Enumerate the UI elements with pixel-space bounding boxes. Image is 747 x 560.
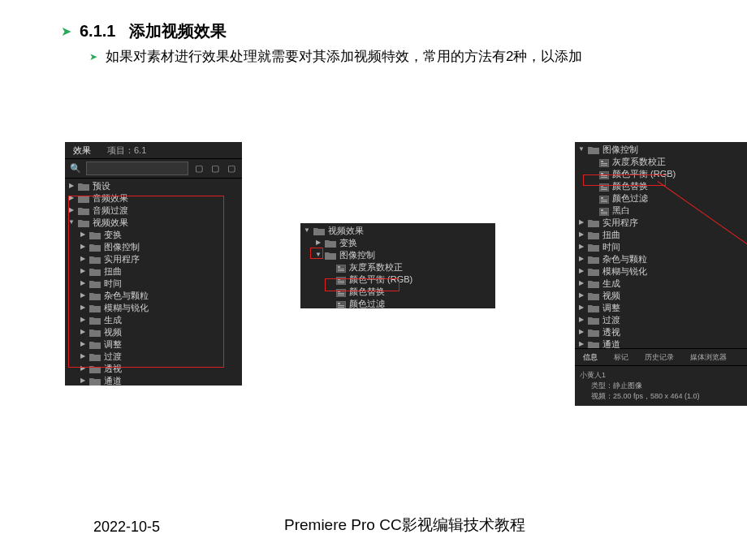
- chevron-down-icon[interactable]: ▼: [68, 218, 75, 227]
- folder-icon: [89, 304, 101, 312]
- tab-markers[interactable]: 标记: [606, 351, 637, 364]
- tree-row[interactable]: 灰度系数校正: [575, 156, 747, 168]
- chevron-down-icon[interactable]: ▼: [304, 226, 310, 235]
- filter-icon-2[interactable]: ▢: [209, 163, 221, 174]
- tree-row[interactable]: ▶扭曲: [65, 265, 242, 278]
- tree-row[interactable]: ▶过渡: [575, 314, 747, 326]
- tree-row[interactable]: 颜色平衡 (RGB): [575, 168, 747, 180]
- chevron-right-icon[interactable]: ▶: [80, 352, 86, 361]
- effects-tree[interactable]: ▼图像控制灰度系数校正颜色平衡 (RGB)颜色替换颜色过滤黑白▶实用程序▶扭曲▶…: [575, 142, 747, 348]
- tree-row[interactable]: ▶预设: [65, 180, 242, 192]
- tree-row[interactable]: ▶生成: [65, 314, 242, 326]
- tree-row[interactable]: 黑白: [575, 205, 747, 217]
- tree-row[interactable]: ▶调整: [575, 302, 747, 314]
- chevron-right-icon[interactable]: ▶: [80, 364, 86, 373]
- folder-icon: [78, 207, 89, 215]
- chevron-right-icon[interactable]: ▶: [80, 291, 86, 300]
- bullet-icon: ➤: [89, 51, 97, 62]
- chevron-down-icon[interactable]: ▼: [578, 145, 585, 154]
- chevron-right-icon[interactable]: ▶: [578, 255, 585, 264]
- tree-row[interactable]: ▶生成: [575, 278, 747, 290]
- tree-row[interactable]: 颜色平衡 (RGB): [300, 274, 495, 286]
- chevron-right-icon[interactable]: ▶: [68, 182, 75, 191]
- chevron-right-icon[interactable]: ▶: [578, 340, 585, 348]
- chevron-right-icon[interactable]: ▶: [80, 279, 86, 288]
- tree-row[interactable]: ▶变换: [65, 229, 242, 241]
- chevron-right-icon[interactable]: ▶: [578, 218, 585, 227]
- svg-rect-26: [601, 175, 607, 176]
- chevron-right-icon[interactable]: ▶: [68, 206, 75, 215]
- tree-row[interactable]: ▶杂色与颗粒: [65, 290, 242, 302]
- tab-effects[interactable]: 效果: [65, 143, 99, 158]
- effects-tree[interactable]: ▶预设▶音频效果▶音频过渡▼视频效果▶变换▶图像控制▶实用程序▶扭曲▶时间▶杂色…: [65, 179, 242, 386]
- chevron-right-icon[interactable]: ▶: [578, 243, 585, 252]
- tree-item-label: 透视: [104, 363, 122, 375]
- chevron-right-icon[interactable]: ▶: [578, 304, 585, 312]
- tree-row[interactable]: ▶模糊与锐化: [65, 302, 242, 314]
- chevron-right-icon[interactable]: ▶: [578, 328, 585, 337]
- tree-row[interactable]: ▼图像控制: [300, 249, 495, 261]
- tree-row[interactable]: ▶音频过渡: [65, 205, 242, 217]
- chevron-right-icon[interactable]: ▶: [80, 377, 86, 386]
- tree-row[interactable]: 颜色替换: [575, 180, 747, 192]
- tab-project[interactable]: 项目：6.1: [99, 143, 154, 158]
- tree-item-label: 生成: [104, 314, 122, 326]
- effects-panel-right: ▼图像控制灰度系数校正颜色平衡 (RGB)颜色替换颜色过滤黑白▶实用程序▶扭曲▶…: [575, 142, 747, 406]
- tree-row[interactable]: ▶实用程序: [65, 253, 242, 265]
- tree-row[interactable]: ▶时间: [65, 278, 242, 290]
- tree-row[interactable]: ▶音频效果: [65, 192, 242, 205]
- tree-row[interactable]: 颜色过滤: [575, 192, 747, 205]
- filter-icon-1[interactable]: ▢: [193, 163, 205, 174]
- tree-row[interactable]: ▶扭曲: [575, 229, 747, 241]
- chevron-right-icon[interactable]: ▶: [578, 230, 585, 239]
- chevron-right-icon[interactable]: ▶: [80, 340, 86, 349]
- tree-row[interactable]: ▶视频: [65, 326, 242, 338]
- folder-icon: [588, 146, 599, 154]
- tree-row[interactable]: ▶调整: [65, 338, 242, 351]
- chevron-right-icon[interactable]: ▶: [68, 194, 75, 203]
- tree-row[interactable]: ▶通道: [575, 338, 747, 348]
- tree-row[interactable]: ▶透视: [65, 363, 242, 375]
- tree-row[interactable]: ▶时间: [575, 241, 747, 253]
- tab-history[interactable]: 历史记录: [637, 351, 682, 364]
- tree-row[interactable]: 颜色替换: [300, 286, 495, 298]
- svg-rect-30: [601, 187, 607, 188]
- tree-row[interactable]: ▼视频效果: [65, 217, 242, 229]
- chevron-down-icon[interactable]: ▼: [315, 251, 322, 260]
- tree-row[interactable]: ▶变换: [300, 237, 495, 249]
- tree-row[interactable]: 颜色过滤: [300, 298, 495, 308]
- tree-row[interactable]: ▶过渡: [65, 351, 242, 363]
- folder-icon: [89, 243, 101, 252]
- chevron-right-icon[interactable]: ▶: [315, 239, 322, 248]
- tree-row[interactable]: ▶通道: [65, 375, 242, 386]
- filter-icon-3[interactable]: ▢: [226, 163, 237, 174]
- chevron-right-icon[interactable]: ▶: [80, 304, 86, 312]
- chevron-right-icon[interactable]: ▶: [80, 255, 86, 264]
- chevron-right-icon[interactable]: ▶: [578, 279, 585, 288]
- search-icon[interactable]: 🔍: [70, 163, 81, 174]
- chevron-right-icon[interactable]: ▶: [80, 267, 86, 276]
- tree-row[interactable]: ▶实用程序: [575, 217, 747, 229]
- chevron-right-icon[interactable]: ▶: [80, 328, 86, 337]
- effects-tree[interactable]: ▼视频效果▶变换▼图像控制灰度系数校正颜色平衡 (RGB)颜色替换颜色过滤黑白: [300, 223, 495, 308]
- tree-item-label: 实用程序: [602, 217, 638, 229]
- tree-row[interactable]: ▶透视: [575, 326, 747, 338]
- tab-info[interactable]: 信息: [575, 351, 606, 364]
- tree-row[interactable]: 灰度系数校正: [300, 261, 495, 274]
- tree-row[interactable]: ▶杂色与颗粒: [575, 253, 747, 265]
- chevron-right-icon[interactable]: ▶: [80, 230, 86, 239]
- tree-row[interactable]: ▼视频效果: [300, 225, 495, 237]
- chevron-right-icon[interactable]: ▶: [578, 267, 585, 276]
- preset-icon: [599, 170, 609, 179]
- chevron-right-icon[interactable]: ▶: [80, 243, 86, 252]
- tree-row[interactable]: ▶模糊与锐化: [575, 265, 747, 278]
- tree-row[interactable]: ▶图像控制: [65, 241, 242, 253]
- tree-row[interactable]: ▶视频: [575, 290, 747, 302]
- chevron-right-icon[interactable]: ▶: [80, 316, 86, 325]
- search-input[interactable]: [86, 162, 188, 175]
- tab-media-browser[interactable]: 媒体浏览器: [682, 351, 735, 364]
- chevron-right-icon[interactable]: ▶: [578, 316, 585, 325]
- folder-icon: [78, 195, 89, 203]
- chevron-right-icon[interactable]: ▶: [578, 291, 585, 300]
- tree-row[interactable]: ▼图像控制: [575, 144, 747, 156]
